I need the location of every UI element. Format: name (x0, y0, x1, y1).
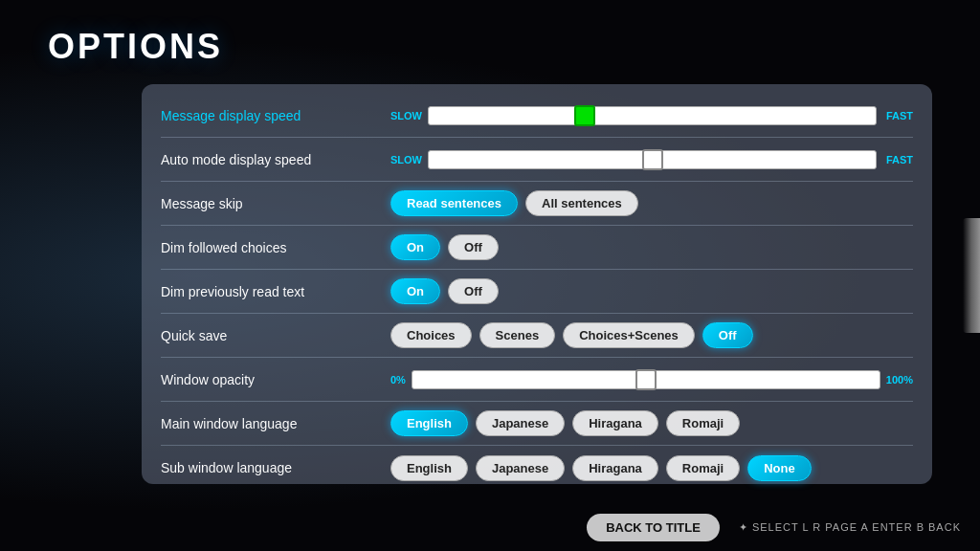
option-controls-quick-save: ChoicesScenesChoices+ScenesOff (390, 322, 913, 348)
button-sub-window-language-hiragana[interactable]: Hiragana (572, 455, 658, 481)
option-controls-dim-previously-read-text: OnOff (390, 278, 913, 304)
slider-container-message-display-speed: SLOWFAST (390, 106, 913, 125)
button-main-window-language-hiragana[interactable]: Hiragana (572, 410, 658, 436)
button-sub-window-language-japanese[interactable]: Japanese (476, 455, 565, 481)
option-label-sub-window-language: Sub window language (161, 460, 390, 475)
button-message-skip-all-sentences[interactable]: All sentences (525, 190, 638, 216)
slider-max-label-window-opacity: 100% (886, 374, 913, 386)
option-row-main-window-language: Main window languageEnglishJapaneseHirag… (161, 402, 913, 446)
right-edge-decoration (963, 218, 980, 333)
option-label-dim-previously-read-text: Dim previously read text (161, 284, 390, 299)
slider-container-auto-mode-display-speed: SLOWFAST (390, 150, 913, 169)
bottom-bar: BACK TO TITLE ✦ SELECT L R PAGE A ENTER … (0, 514, 980, 541)
button-main-window-language-english[interactable]: English (390, 410, 468, 436)
button-main-window-language-japanese[interactable]: Japanese (476, 410, 565, 436)
button-sub-window-language-english[interactable]: English (390, 455, 468, 481)
page-title: OPTIONS (48, 27, 223, 67)
button-quick-save-choicesplusscenes[interactable]: Choices+Scenes (563, 322, 695, 348)
slider-fast-label-message-display-speed: FAST (882, 110, 913, 121)
button-quick-save-off[interactable]: Off (702, 322, 753, 348)
option-controls-main-window-language: EnglishJapaneseHiraganaRomaji (390, 410, 913, 436)
button-quick-save-choices[interactable]: Choices (390, 322, 472, 348)
controls-hint: ✦ SELECT L R PAGE A ENTER B BACK (739, 521, 961, 534)
slider-track-message-display-speed[interactable] (428, 106, 877, 125)
slider-slow-label-auto-mode-display-speed: SLOW (390, 154, 422, 165)
option-row-quick-save: Quick saveChoicesScenesChoices+ScenesOff (161, 314, 913, 358)
button-dim-followed-choices-on[interactable]: On (390, 234, 440, 260)
option-row-window-opacity: Window opacity0%100% (161, 358, 913, 402)
option-label-window-opacity: Window opacity (161, 372, 390, 387)
slider-thumb-window-opacity[interactable] (635, 369, 657, 390)
option-label-message-display-speed: Message display speed (161, 108, 390, 123)
button-message-skip-read-sentences[interactable]: Read sentences (390, 190, 518, 216)
options-panel: Message display speedSLOWFASTAuto mode d… (142, 84, 932, 484)
option-row-dim-followed-choices: Dim followed choicesOnOff (161, 226, 913, 270)
button-main-window-language-romaji[interactable]: Romaji (666, 410, 740, 436)
option-controls-message-display-speed: SLOWFAST (390, 106, 913, 125)
option-row-message-skip: Message skipRead sentencesAll sentences (161, 182, 913, 226)
option-row-dim-previously-read-text: Dim previously read textOnOff (161, 270, 913, 314)
option-controls-window-opacity: 0%100% (390, 370, 913, 389)
button-dim-previously-read-text-on[interactable]: On (390, 278, 440, 304)
slider-thumb-message-display-speed[interactable] (574, 105, 595, 126)
button-dim-previously-read-text-off[interactable]: Off (448, 278, 499, 304)
slider-thumb-auto-mode-display-speed[interactable] (642, 149, 663, 170)
option-label-auto-mode-display-speed: Auto mode display speed (161, 152, 390, 167)
button-sub-window-language-none[interactable]: None (747, 455, 812, 481)
button-sub-window-language-romaji[interactable]: Romaji (666, 455, 740, 481)
slider-container-window-opacity: 0%100% (390, 370, 913, 389)
option-row-auto-mode-display-speed: Auto mode display speedSLOWFAST (161, 138, 913, 182)
option-controls-sub-window-language: EnglishJapaneseHiraganaRomajiNone (390, 455, 913, 481)
slider-slow-label-message-display-speed: SLOW (390, 110, 422, 121)
option-label-quick-save: Quick save (161, 328, 390, 343)
slider-track-window-opacity[interactable] (412, 370, 880, 389)
button-dim-followed-choices-off[interactable]: Off (448, 234, 499, 260)
option-row-sub-window-language: Sub window languageEnglishJapaneseHiraga… (161, 446, 913, 490)
option-controls-dim-followed-choices: OnOff (390, 234, 913, 260)
slider-fast-label-auto-mode-display-speed: FAST (882, 154, 913, 165)
button-quick-save-scenes[interactable]: Scenes (479, 322, 556, 348)
option-controls-auto-mode-display-speed: SLOWFAST (390, 150, 913, 169)
option-label-dim-followed-choices: Dim followed choices (161, 240, 390, 255)
option-label-main-window-language: Main window language (161, 416, 390, 431)
back-to-title-button[interactable]: BACK TO TITLE (587, 514, 720, 541)
slider-min-label-window-opacity: 0% (390, 374, 406, 386)
option-label-message-skip: Message skip (161, 196, 390, 211)
option-row-message-display-speed: Message display speedSLOWFAST (161, 94, 913, 138)
slider-track-auto-mode-display-speed[interactable] (428, 150, 877, 169)
option-controls-message-skip: Read sentencesAll sentences (390, 190, 913, 216)
